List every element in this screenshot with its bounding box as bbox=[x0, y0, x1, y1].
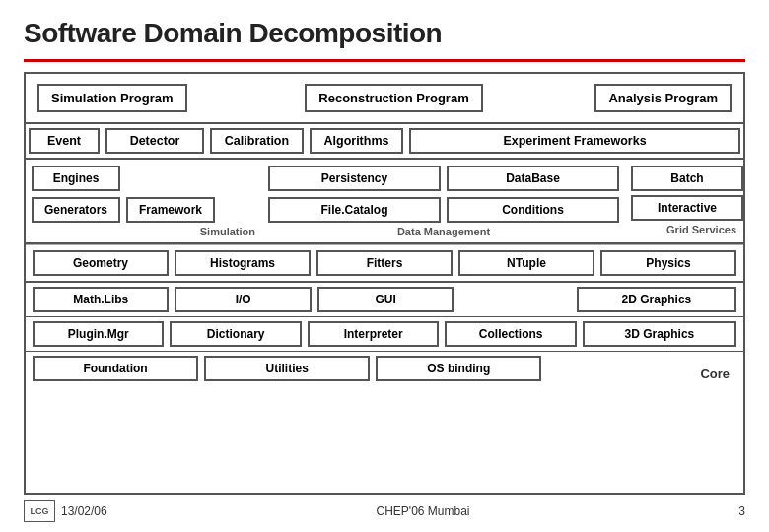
interactive-cell: Interactive bbox=[631, 195, 743, 221]
page-title: Software Domain Decomposition bbox=[24, 18, 745, 49]
mathlibs-cell: Math.Libs bbox=[33, 287, 169, 312]
programs-inner: Simulation Program Reconstruction Progra… bbox=[26, 74, 743, 122]
detector-cell: Detector bbox=[105, 128, 204, 154]
core-label: Core bbox=[690, 365, 739, 383]
footer-conference: CHEP'06 Mumbai bbox=[377, 504, 470, 518]
io-cell: I/O bbox=[175, 287, 311, 312]
graphics2d-cell: 2D Graphics bbox=[577, 287, 736, 312]
simulation-program-box: Simulation Program bbox=[37, 84, 187, 112]
row-plugin: Plugin.Mgr Dictionary Interpreter Collec… bbox=[26, 317, 743, 352]
physics-cell: Physics bbox=[600, 250, 736, 276]
histograms-cell: Histograms bbox=[175, 250, 311, 276]
page: Software Domain Decomposition Simulation… bbox=[0, 0, 769, 532]
pluginmgr-cell: Plugin.Mgr bbox=[33, 321, 164, 347]
interpreter-cell: Interpreter bbox=[308, 321, 439, 347]
database-cell: DataBase bbox=[447, 166, 619, 191]
row-programs: Simulation Program Reconstruction Progra… bbox=[26, 74, 743, 124]
footer-date: 13/02/06 bbox=[61, 504, 107, 518]
row-sub: Event Detector Calibration Algorithms Ex… bbox=[26, 124, 743, 160]
footer: LCG 13/02/06 CHEP'06 Mumbai 3 bbox=[24, 495, 745, 522]
main-content: Simulation Program Reconstruction Progra… bbox=[24, 72, 745, 495]
algorithms-cell: Algorithms bbox=[310, 128, 403, 154]
utilities-cell: Utilities bbox=[204, 356, 370, 381]
diagram: Simulation Program Reconstruction Progra… bbox=[24, 72, 745, 495]
row-engines: Engines Generators Framework Simulation bbox=[26, 160, 743, 244]
footer-page: 3 bbox=[738, 504, 745, 518]
graphics3d-cell: 3D Graphics bbox=[583, 321, 736, 347]
os-binding-cell: OS binding bbox=[376, 356, 541, 381]
fitters-cell: Fitters bbox=[316, 250, 453, 276]
geometry-cell: Geometry bbox=[33, 250, 169, 276]
experiment-frameworks-cell: Experiment Frameworks bbox=[409, 128, 740, 154]
persistency-cell: Persistency bbox=[268, 166, 441, 191]
calibration-cell: Calibration bbox=[210, 128, 304, 154]
gui-cell: GUI bbox=[317, 287, 454, 312]
generators-cell: Generators bbox=[32, 197, 120, 223]
lcg-logo: LCG bbox=[24, 500, 55, 522]
dictionary-cell: Dictionary bbox=[170, 321, 301, 347]
row-foundation: Foundation Utilities OS binding Core bbox=[26, 352, 743, 385]
analysis-program-box: Analysis Program bbox=[594, 84, 732, 112]
data-management-label: Data Management bbox=[265, 225, 622, 238]
row-geo: Geometry Histograms Fitters NTuple Physi… bbox=[26, 244, 743, 283]
collections-cell: Collections bbox=[445, 321, 576, 347]
foundation-cell: Foundation bbox=[33, 356, 198, 381]
title-divider bbox=[24, 59, 745, 62]
engines-cell: Engines bbox=[32, 166, 120, 191]
file-catalog-cell: File.Catalog bbox=[268, 197, 441, 223]
batch-cell: Batch bbox=[631, 166, 743, 191]
framework-cell: Framework bbox=[126, 197, 215, 223]
grid-services-label: Grid Services bbox=[628, 223, 740, 236]
ntuple-cell: NTuple bbox=[458, 250, 594, 276]
conditions-cell: Conditions bbox=[447, 197, 619, 223]
reconstruction-program-box: Reconstruction Program bbox=[305, 84, 482, 112]
row-math: Math.Libs I/O GUI 2D Graphics bbox=[26, 283, 743, 317]
event-cell: Event bbox=[29, 128, 100, 154]
simulation-label: Simulation bbox=[29, 225, 259, 238]
